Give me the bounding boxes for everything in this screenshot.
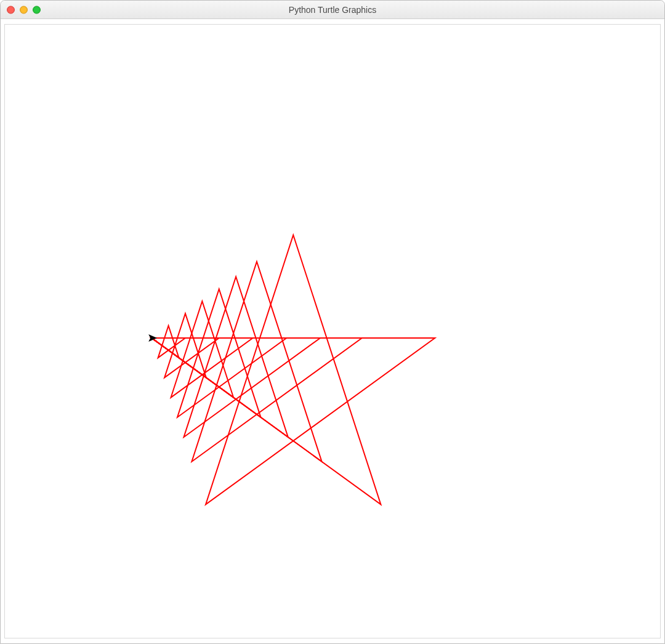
- titlebar[interactable]: Python Turtle Graphics: [1, 1, 664, 19]
- app-window: Python Turtle Graphics: [0, 0, 665, 644]
- close-icon[interactable]: [7, 6, 15, 14]
- minimize-icon[interactable]: [20, 6, 28, 14]
- turtle-canvas: [7, 26, 658, 636]
- canvas-frame: [4, 24, 661, 638]
- traffic-lights: [7, 6, 41, 14]
- turtle-drawing: [7, 26, 658, 636]
- window-title: Python Turtle Graphics: [289, 5, 376, 15]
- star-path: [151, 235, 435, 505]
- zoom-icon[interactable]: [33, 6, 41, 14]
